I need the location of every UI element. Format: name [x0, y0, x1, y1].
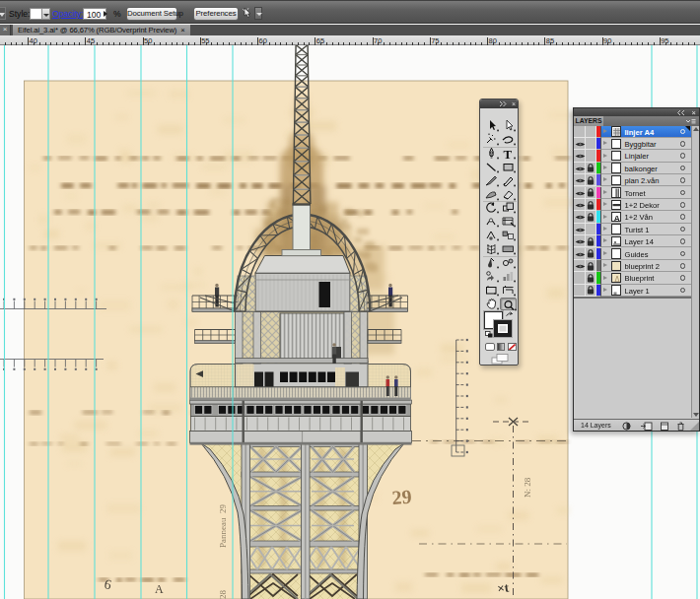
svg-text:Panneau 29: Panneau 29	[218, 504, 228, 548]
svg-text:29: 29	[391, 486, 412, 508]
svg-text:A: A	[614, 214, 621, 223]
svg-text:N: 28: N: 28	[523, 477, 532, 498]
svg-text:T: T	[504, 147, 513, 160]
svg-text:28: 28	[218, 590, 228, 599]
svg-text:A: A	[155, 582, 164, 596]
